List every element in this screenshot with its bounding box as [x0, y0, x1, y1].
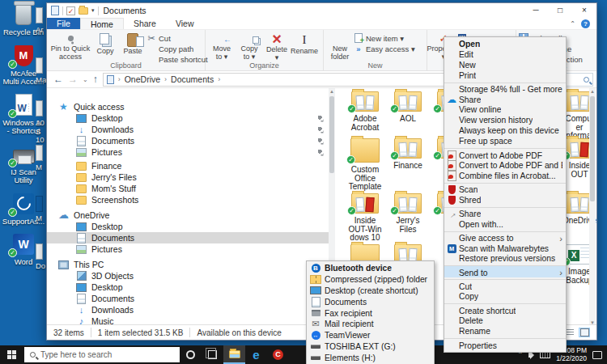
nav-tree-item[interactable]: Mom's Stuff [47, 183, 329, 194]
nav-tree-item[interactable]: Pictures [47, 146, 329, 158]
send-to-menu-item[interactable]: TeamViewer [307, 330, 434, 341]
nav-tree-item[interactable]: Desktop [47, 281, 329, 293]
breadcrumb-onedrive[interactable]: OneDrive [125, 74, 160, 84]
context-menu-item[interactable]: Scan with Malwarebytes [444, 243, 566, 254]
new-folder-qat-icon[interactable] [79, 7, 88, 15]
context-menu-item[interactable]: Scan [444, 183, 566, 195]
speaker-icon[interactable] [528, 353, 532, 358]
desktop-icon-partial[interactable]: Ar [36, 7, 46, 35]
context-menu-item[interactable]: Send to [444, 265, 566, 277]
ccleaner-button[interactable] [267, 345, 289, 364]
context-menu-item[interactable]: Rename [444, 326, 566, 336]
nav-tree-item[interactable]: Documents [47, 135, 329, 146]
context-menu-item[interactable]: Storage 84% full - Get more [444, 83, 566, 95]
maximize-button[interactable]: □ [548, 3, 572, 18]
context-menu-item[interactable]: Convert to Adobe PDF [444, 148, 566, 160]
forward-icon[interactable]: → [68, 74, 78, 85]
send-to-menu-item[interactable]: Compressed (zipped) folder [307, 274, 434, 286]
nav-tree-item[interactable]: Jerry's Files [47, 171, 329, 183]
tab-view[interactable]: View [166, 18, 204, 29]
ribbon-small-button[interactable]: Copy path [146, 44, 208, 53]
qat-customize-caret-icon[interactable]: ▾ [91, 7, 95, 14]
title-bar[interactable]: ▾ Documents ─ □ × [47, 3, 596, 18]
start-button[interactable] [0, 345, 24, 364]
scrollbar-thumb[interactable] [329, 96, 334, 173]
context-menu-item[interactable]: View version history [444, 115, 566, 125]
collapse-ribbon-icon[interactable]: ⌃ [570, 20, 575, 28]
edge-button[interactable] [245, 345, 267, 364]
ribbon-big-button[interactable]: New folder [326, 32, 354, 61]
ribbon-small-button[interactable]: Easy access ▾ [354, 44, 415, 53]
nav-tree-item[interactable]: Documents [47, 232, 329, 243]
cortana-button[interactable] [180, 345, 202, 364]
nav-tree-item[interactable]: OneDrive [47, 210, 329, 221]
scroll-up-icon[interactable]: ▲ [589, 88, 596, 95]
nav-tree-item[interactable]: Downloads [47, 304, 329, 315]
context-menu-item[interactable]: Cut [444, 279, 566, 291]
context-menu-item[interactable]: Properties [444, 338, 566, 350]
file-explorer-button[interactable] [223, 345, 245, 364]
desktop-icon-partial[interactable]: M [36, 196, 46, 223]
nav-tree-item[interactable]: Pictures [47, 243, 329, 255]
send-to-menu-item[interactable]: Bluetooth device [307, 263, 434, 274]
file-area-scrollbar[interactable]: ▲ ▼ [589, 88, 596, 326]
up-icon[interactable]: ↑ [93, 74, 98, 85]
send-to-menu-item[interactable]: TOSHIBA EXT (G:) [307, 341, 434, 353]
context-menu-item[interactable]: Share [444, 207, 566, 219]
context-menu-item[interactable]: Restore previous versions [444, 253, 566, 264]
context-menu-item[interactable]: Delete [444, 315, 566, 326]
nav-tree-item[interactable]: Finance [47, 160, 329, 171]
notification-center-icon[interactable] [592, 351, 602, 359]
properties-qat-icon[interactable] [66, 6, 75, 15]
taskbar-search[interactable] [24, 347, 180, 362]
ribbon-small-button[interactable]: Cut [146, 33, 208, 43]
context-menu-item[interactable]: Convert to Adobe PDF and EMail [444, 160, 566, 171]
nav-tree-item[interactable]: Documents [47, 293, 329, 304]
nav-tree-item[interactable]: Downloads [47, 124, 329, 135]
context-menu-item[interactable]: New [444, 60, 566, 70]
scrollbar-thumb[interactable] [590, 96, 595, 201]
close-button[interactable]: × [572, 3, 596, 18]
nav-tree-item[interactable]: 3D Objects [47, 270, 329, 281]
desktop-icon-partial[interactable]: A S 10 [36, 100, 46, 145]
tab-home[interactable]: Home [80, 18, 124, 29]
ribbon-big-button[interactable]: Copy to ▾ [236, 32, 263, 61]
ribbon-big-button[interactable]: Paste [119, 32, 146, 61]
context-menu-item[interactable]: Copy [444, 291, 566, 302]
task-view-button[interactable] [202, 345, 223, 364]
nav-tree-item[interactable]: Screenshots [47, 194, 329, 205]
nav-tree-item[interactable]: Desktop [47, 221, 329, 232]
context-menu-item[interactable]: Give access to [444, 231, 566, 243]
file-page-icon[interactable] [51, 6, 59, 15]
send-to-menu-item[interactable]: Desktop (create shortcut) [307, 286, 434, 297]
minimize-button[interactable]: ─ [524, 3, 548, 18]
context-menu-item[interactable]: Combine files in Acrobat... [444, 171, 566, 181]
ribbon-big-button[interactable]: Rename [291, 32, 318, 61]
context-menu-item[interactable]: Edit [444, 49, 566, 60]
help-icon[interactable] [581, 19, 590, 28]
context-menu-item[interactable]: Shred [444, 195, 566, 205]
breadcrumb[interactable]: › OneDrive › Documents › [103, 73, 498, 87]
context-menu-item[interactable]: Open with... [444, 219, 566, 230]
ribbon-big-button[interactable]: Move to ▾ [208, 32, 236, 61]
desktop-icon-partial[interactable]: Ma [36, 57, 46, 85]
send-to-menu-item[interactable]: Elements (H:) [307, 352, 434, 363]
desktop-icon-partial[interactable]: M [36, 145, 46, 172]
context-menu-item[interactable]: Free up space [444, 136, 566, 146]
scroll-up-icon[interactable]: ▲ [329, 88, 335, 95]
send-to-menu-item[interactable]: Mail recipient [307, 319, 434, 330]
recent-locations-chevron-icon[interactable]: ⌄ [83, 76, 88, 83]
ribbon-big-button[interactable]: Delete ▾ [263, 32, 291, 61]
desktop-icon-partial[interactable]: Do [36, 243, 46, 271]
tab-share[interactable]: Share [124, 18, 166, 29]
nav-tree-item[interactable]: Quick access [47, 101, 329, 112]
ribbon-big-button[interactable]: Pin to Quick access [49, 32, 91, 61]
send-to-menu-item[interactable]: Documents [307, 296, 434, 307]
send-to-menu-item[interactable]: Fax recipient [307, 307, 434, 319]
context-menu-item[interactable]: Share [444, 95, 566, 105]
back-icon[interactable]: ← [53, 74, 63, 85]
tab-file[interactable]: File [47, 18, 80, 29]
nav-tree-item[interactable]: This PC [47, 259, 329, 270]
context-menu-item[interactable]: Create shortcut [444, 303, 566, 315]
large-icons-view-icon[interactable] [579, 328, 590, 337]
